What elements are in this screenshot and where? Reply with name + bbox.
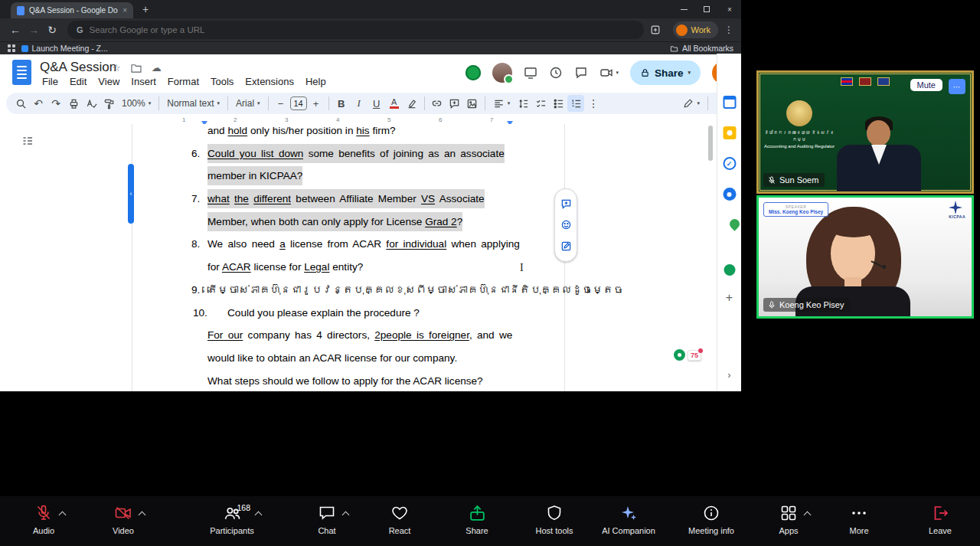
emoji-react-fab[interactable] <box>560 219 572 230</box>
present-button[interactable] <box>524 66 537 80</box>
redo-button[interactable]: ↷ <box>47 95 64 112</box>
menu-insert[interactable]: Insert <box>126 76 162 87</box>
maps-icon[interactable] <box>727 217 741 230</box>
get-addons-button[interactable]: + <box>726 291 733 305</box>
menu-help[interactable]: Help <box>300 76 332 87</box>
forward-button[interactable]: → <box>24 24 43 36</box>
back-button[interactable]: ← <box>6 24 24 36</box>
italic-button[interactable]: I <box>351 95 368 112</box>
bookmark-item[interactable]: Launch Meeting - Z... <box>21 44 108 53</box>
checklist-button[interactable] <box>532 95 549 112</box>
more-button[interactable]: More <box>819 502 899 535</box>
doc-line[interactable]: member in KICPAA? <box>132 165 564 188</box>
participants-options-caret[interactable] <box>255 512 263 519</box>
collaborator-avatar[interactable] <box>492 63 512 83</box>
doc-line[interactable]: What steps should we follow to apply for… <box>132 370 564 391</box>
video-tile-koeng-keo-pisey[interactable]: SPEAKER Miss. Koeng Keo Pisey KICPAA Koe… <box>756 195 974 319</box>
close-button[interactable]: × <box>718 0 741 18</box>
url-input[interactable] <box>90 25 635 34</box>
doc-status-cloud-icon[interactable]: ☁ <box>152 62 162 74</box>
maximize-button[interactable] <box>695 0 718 18</box>
meet-call-button[interactable]: ▾ <box>599 66 619 80</box>
undo-button[interactable]: ↶ <box>30 95 47 112</box>
menu-edit[interactable]: Edit <box>64 76 92 87</box>
doc-line[interactable]: 10.Could you please explain the procedur… <box>132 302 564 325</box>
doc-line[interactable]: 9.តើម្ចាស់ភាគហ៊ុនជារូបវន្តបុគ្គលខុសពីម្ច… <box>132 279 564 302</box>
bulleted-list-button[interactable] <box>550 95 567 112</box>
apps-button[interactable]: Apps <box>749 502 828 535</box>
font-size-decrease-button[interactable]: − <box>273 95 289 112</box>
bold-button[interactable]: B <box>333 95 350 112</box>
audio-button[interactable]: Audio <box>4 502 83 535</box>
document-canvas[interactable]: ‹ and hold only his/her position in his … <box>0 124 717 391</box>
spellcheck-button[interactable] <box>83 95 100 112</box>
highlight-color-button[interactable] <box>403 95 420 112</box>
menu-extensions[interactable]: Extensions <box>240 76 299 87</box>
calendar-icon[interactable] <box>723 96 736 109</box>
tile-more-button[interactable]: ⋯ <box>949 79 965 94</box>
menu-tools[interactable]: Tools <box>205 76 239 87</box>
all-bookmarks-button[interactable]: All Bookmarks <box>670 44 733 53</box>
numbered-list-button[interactable] <box>567 95 584 112</box>
add-comment-button[interactable] <box>446 95 463 112</box>
leave-button[interactable]: Leave <box>900 502 980 535</box>
react-button[interactable]: React <box>360 502 439 535</box>
suggest-edit-fab[interactable] <box>560 240 572 252</box>
line-spacing-button[interactable] <box>514 95 531 112</box>
align-button[interactable]: ▾ <box>489 95 514 112</box>
insert-image-button[interactable] <box>464 95 481 112</box>
editing-mode-button[interactable]: ▾ <box>679 95 704 112</box>
doc-line[interactable]: 6.Could you list down some benefits of j… <box>132 142 564 165</box>
scrollbar[interactable] <box>708 126 713 161</box>
video-options-caret[interactable] <box>139 512 146 519</box>
doc-line[interactable]: Member, when both can only apply for Lic… <box>132 211 564 234</box>
host-tools-button[interactable]: Host tools <box>514 502 594 535</box>
apps-grid-icon[interactable] <box>8 44 15 52</box>
doc-line[interactable]: For our company has 4 directors, 2people… <box>132 324 564 347</box>
ai-companion-button[interactable]: AI Companion <box>589 502 668 535</box>
menu-view[interactable]: View <box>93 76 125 87</box>
side-panel-collapse-button[interactable]: › <box>727 369 730 381</box>
doc-line[interactable]: would like to obtain an ACAR license for… <box>132 347 564 370</box>
paint-format-button[interactable] <box>100 95 117 112</box>
pin-icon[interactable] <box>674 349 685 361</box>
add-comment-fab[interactable] <box>560 198 572 210</box>
tasks-icon[interactable]: ✓ <box>723 157 736 170</box>
document-title[interactable]: Q&A Session <box>40 60 116 75</box>
minimize-button[interactable] <box>672 0 695 18</box>
keep-icon[interactable] <box>723 126 736 139</box>
chat-button[interactable]: Chat <box>287 502 367 535</box>
comments-button[interactable] <box>574 66 588 80</box>
doc-line[interactable]: for ACAR license for Legal entity? <box>132 256 564 279</box>
profile-chip[interactable]: Work <box>673 21 718 38</box>
share-screen-button[interactable]: Share <box>437 502 517 535</box>
move-folder-button[interactable] <box>131 64 142 73</box>
docs-logo-icon[interactable] <box>12 60 31 85</box>
grammarly-score-badge[interactable]: 75 <box>688 350 701 361</box>
menu-format[interactable]: Format <box>162 76 204 87</box>
text-color-button[interactable]: A <box>386 95 403 112</box>
meeting-info-button[interactable]: Meeting info <box>671 502 751 535</box>
share-button[interactable]: Share ▾ <box>630 60 701 85</box>
star-button[interactable]: ☆ <box>112 62 121 74</box>
reload-button[interactable]: ↻ <box>43 24 61 36</box>
zoom-select[interactable]: 100%▾ <box>118 95 155 112</box>
insert-link-button[interactable] <box>429 95 446 112</box>
browser-menu-button[interactable]: ⋮ <box>723 25 735 35</box>
outline-toggle-button[interactable] <box>21 135 34 147</box>
menu-file[interactable]: File <box>37 76 64 87</box>
underline-button[interactable]: U <box>368 95 385 112</box>
audio-options-caret[interactable] <box>59 512 67 519</box>
search-menus-button[interactable] <box>12 95 29 112</box>
addon-green-icon[interactable] <box>724 264 735 276</box>
paragraph-style-select[interactable]: Normal text▾ <box>163 95 224 112</box>
video-button[interactable]: Video <box>83 502 163 535</box>
font-size-input[interactable]: 14 <box>290 96 307 110</box>
toolbar-overflow-button[interactable]: ⋮ <box>585 95 602 112</box>
doc-line[interactable]: 8.We also need a license from ACAR for i… <box>132 233 564 256</box>
font-select[interactable]: Arial▾ <box>232 95 264 112</box>
doc-line[interactable]: and hold only his/her position in his fi… <box>132 124 564 142</box>
mute-remote-button[interactable]: Mute <box>910 79 942 91</box>
browser-tab[interactable]: Q&A Session - Google Docs × <box>11 2 133 18</box>
green-status-icon[interactable] <box>466 65 481 80</box>
